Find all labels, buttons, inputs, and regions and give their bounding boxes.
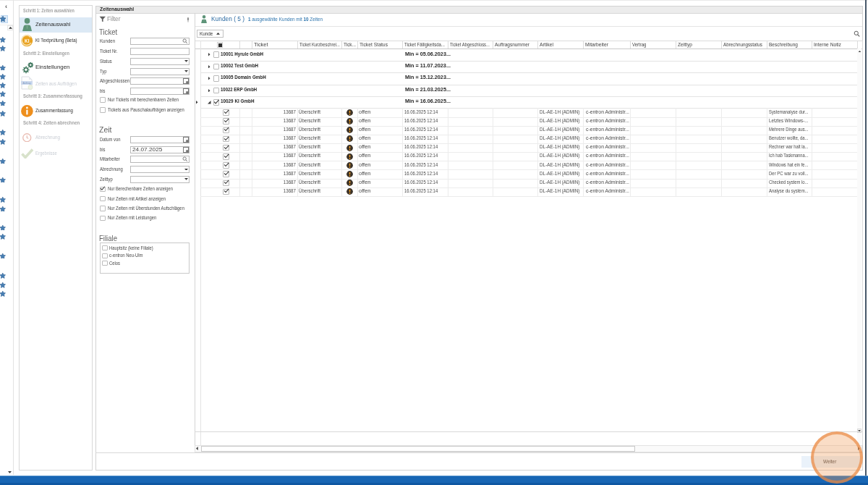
svg-text:KI: KI	[25, 38, 30, 43]
svg-text:Auftrag: Auftrag	[23, 82, 31, 85]
